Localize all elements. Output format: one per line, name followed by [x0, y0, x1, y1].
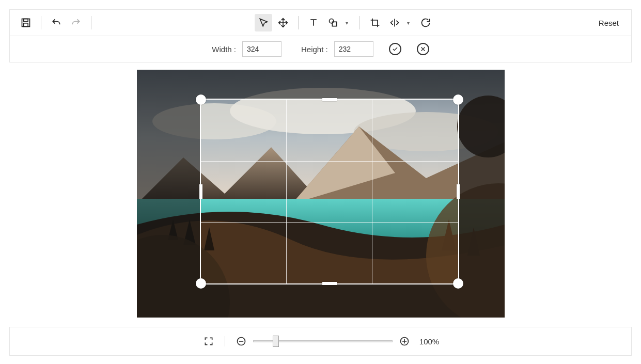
separator — [359, 16, 360, 29]
pointer-tool-button[interactable] — [255, 14, 272, 31]
crop-handle-sw[interactable] — [196, 278, 206, 289]
zoom-out-button[interactable] — [234, 335, 248, 348]
minus-circle-icon — [236, 336, 246, 346]
check-icon — [392, 46, 398, 52]
flip-dropdown[interactable]: ▾ — [405, 20, 412, 26]
grid-line — [372, 100, 372, 283]
crop-tool-button[interactable] — [366, 14, 384, 31]
svg-rect-2 — [24, 23, 28, 27]
fit-screen-button[interactable] — [202, 335, 215, 348]
height-label: Height : — [301, 45, 328, 54]
separator — [41, 16, 41, 29]
dim-left — [137, 99, 200, 284]
rotate-icon — [420, 18, 431, 28]
apply-crop-button[interactable] — [389, 43, 401, 55]
zoom-percent-label: 100% — [419, 337, 439, 346]
crop-icon — [370, 18, 380, 28]
width-label: Width : — [212, 45, 236, 54]
undo-button[interactable] — [48, 14, 65, 31]
grid-line — [286, 100, 287, 283]
redo-icon — [71, 18, 81, 28]
crop-height-input[interactable] — [334, 41, 373, 57]
crop-handle-s[interactable] — [322, 282, 337, 285]
zoom-slider[interactable] — [253, 338, 393, 345]
reset-button[interactable]: Reset — [593, 15, 624, 30]
close-icon — [420, 46, 426, 52]
crop-handle-n[interactable] — [322, 98, 337, 101]
rotate-tool-button[interactable] — [417, 14, 434, 31]
grid-line — [201, 161, 458, 162]
move-icon — [278, 18, 288, 28]
slider-thumb[interactable] — [273, 336, 279, 347]
crop-selection[interactable] — [200, 99, 459, 284]
shape-tool-button[interactable] — [324, 14, 342, 31]
separator — [298, 16, 299, 29]
editor-panel: ▾ ▾ Reset Width : Height : — [9, 9, 632, 62]
canvas-area — [9, 70, 632, 318]
pointer-icon — [258, 18, 269, 28]
plus-circle-icon — [399, 336, 410, 346]
cancel-crop-button[interactable] — [417, 43, 429, 55]
undo-icon — [51, 18, 61, 28]
crop-options-bar: Width : Height : — [10, 36, 631, 62]
dim-bottom — [137, 284, 505, 318]
separator — [225, 336, 225, 346]
main-toolbar: ▾ ▾ Reset — [10, 10, 631, 36]
dim-top — [137, 70, 505, 99]
image-canvas[interactable] — [137, 70, 505, 318]
flip-icon — [389, 18, 400, 28]
text-icon — [308, 18, 319, 28]
shape-icon — [328, 18, 338, 28]
redo-button[interactable] — [67, 14, 85, 31]
dim-right — [459, 99, 505, 284]
flip-tool-button[interactable] — [386, 14, 403, 31]
svg-rect-1 — [24, 19, 28, 22]
move-tool-button[interactable] — [274, 14, 292, 31]
crop-width-input[interactable] — [242, 41, 282, 57]
text-tool-button[interactable] — [305, 14, 322, 31]
crop-handle-e[interactable] — [457, 184, 460, 199]
shape-dropdown[interactable]: ▾ — [344, 20, 350, 26]
zoom-bar: 100% — [9, 327, 632, 356]
crop-handle-se[interactable] — [453, 278, 463, 289]
svg-point-4 — [329, 19, 333, 23]
zoom-in-button[interactable] — [398, 335, 411, 348]
save-icon — [21, 18, 31, 28]
separator — [91, 16, 91, 29]
grid-line — [201, 222, 458, 223]
crop-handle-nw[interactable] — [196, 94, 206, 105]
expand-icon — [204, 336, 214, 346]
save-button[interactable] — [17, 14, 35, 31]
crop-handle-ne[interactable] — [453, 94, 463, 105]
crop-handle-w[interactable] — [199, 184, 202, 199]
